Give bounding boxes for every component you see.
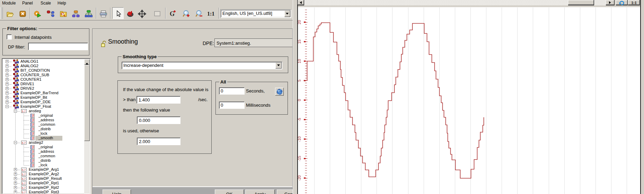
svg-text:5: 5 [297, 80, 301, 82]
svg-text:5.7: 5.7 [22, 186, 26, 189]
svg-text:5.7: 5.7 [22, 110, 26, 113]
svg-text:0: 0 [297, 99, 301, 101]
svg-text:-10: -10 [297, 136, 301, 142]
svg-text:-5: -5 [297, 118, 301, 121]
svg-text:-20: -20 [297, 175, 301, 181]
svg-text:5.7: 5.7 [22, 182, 26, 185]
svg-text:5.7: 5.7 [22, 168, 26, 171]
svg-text:15: 15 [297, 39, 301, 44]
svg-text:5.7: 5.7 [22, 173, 26, 176]
svg-text:5.7: 5.7 [22, 141, 26, 144]
svg-text:10: 10 [297, 59, 301, 63]
svg-text:5.7: 5.7 [22, 191, 26, 194]
svg-text:5.7: 5.7 [22, 177, 26, 180]
svg-text:20: 20 [297, 20, 301, 24]
svg-text:-15: -15 [297, 156, 301, 161]
svg-text:1:1: 1:1 [631, 0, 637, 5]
